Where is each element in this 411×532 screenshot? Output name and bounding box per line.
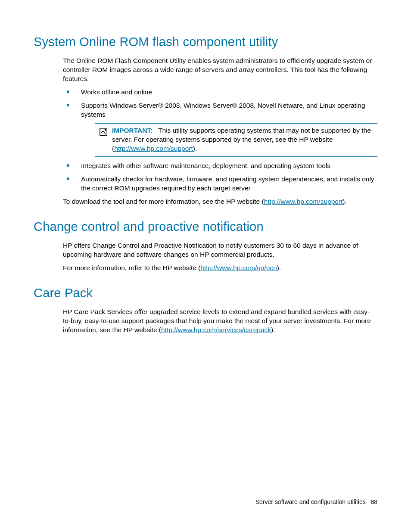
bullet-list-pre: Works offline and online Supports Window… — [63, 88, 377, 158]
intro-rom-flash: The Online ROM Flash Component Utility e… — [63, 56, 377, 84]
outro-rom-flash: To download the tool and for more inform… — [63, 197, 377, 206]
section-rom-flash: System Online ROM flash component utilit… — [34, 34, 377, 206]
p1-care-pack: HP Care Pack Services offer upgraded ser… — [63, 308, 377, 335]
callout-label: IMPORTANT: — [112, 127, 153, 134]
list-item: Integrates with other software maintenan… — [63, 162, 377, 171]
p1-link[interactable]: http://www.hp.com/services/carepack — [161, 326, 271, 333]
callout-link[interactable]: http://www.hp.com/support — [114, 145, 193, 152]
p2-before: For more information, refer to the HP we… — [63, 264, 200, 271]
outro-link[interactable]: http://www.hp.com/support — [264, 198, 343, 205]
p2-after: ). — [277, 264, 281, 271]
page-footer: Server software and configuration utilit… — [255, 498, 377, 506]
heading-rom-flash: System Online ROM flash component utilit… — [34, 34, 377, 50]
important-callout: IMPORTANT: This utility supports operati… — [95, 123, 377, 158]
list-item: Works offline and online — [63, 88, 377, 97]
p1-after: ). — [271, 326, 275, 333]
section-change-control: Change control and proactive notificatio… — [34, 218, 377, 273]
list-item: Supports Windows Server® 2003, Windows S… — [63, 101, 377, 158]
callout-text: IMPORTANT: This utility supports operati… — [112, 126, 377, 153]
important-icon — [95, 126, 112, 137]
p2-link[interactable]: http://www.hp.com/go/pcn — [200, 264, 277, 271]
heading-care-pack: Care Pack — [34, 285, 377, 302]
bullet-list-post: Integrates with other software maintenan… — [63, 162, 377, 193]
footer-text: Server software and configuration utilit… — [255, 498, 366, 505]
callout-body-after: ). — [193, 145, 197, 152]
list-item: Automatically checks for hardware, firmw… — [63, 175, 377, 193]
p2-change-control: For more information, refer to the HP we… — [63, 264, 377, 273]
outro-after: ). — [342, 198, 346, 205]
footer-page-number: 88 — [371, 498, 377, 505]
heading-change-control: Change control and proactive notificatio… — [34, 218, 377, 235]
list-item-text: Supports Windows Server® 2003, Windows S… — [81, 102, 365, 118]
outro-before: To download the tool and for more inform… — [63, 198, 264, 205]
p1-change-control: HP offers Change Control and Proactive N… — [63, 241, 377, 259]
section-care-pack: Care Pack HP Care Pack Services offer up… — [34, 285, 377, 335]
